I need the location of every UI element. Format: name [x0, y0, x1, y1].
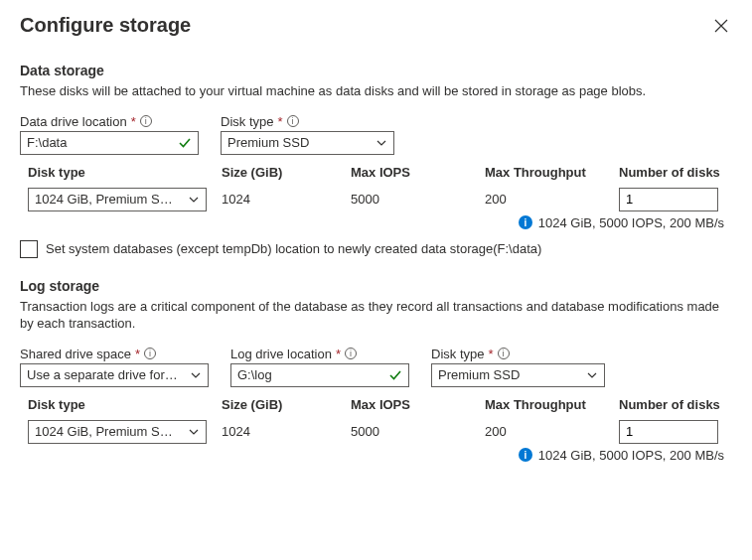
col-throughput: Max Throughput [485, 165, 619, 180]
log-row-disk-type-select[interactable]: 1024 GiB, Premium SSD... [28, 420, 207, 444]
required-asterisk: * [277, 114, 282, 129]
log-drive-location-input[interactable]: G:\log [230, 363, 409, 387]
info-icon[interactable]: i [144, 348, 156, 359]
data-disk-table: Disk type Size (GiB) Max IOPS Max Throug… [28, 165, 732, 211]
data-row-iops: 5000 [351, 192, 485, 207]
data-storage-heading: Data storage [20, 63, 732, 78]
info-icon[interactable]: i [345, 348, 357, 359]
chevron-down-icon [188, 426, 200, 438]
check-icon [388, 368, 402, 382]
data-row-size: 1024 [222, 192, 351, 207]
col-size: Size (GiB) [222, 165, 351, 180]
log-drive-location-value: G:\log [237, 367, 272, 382]
log-disk-type-label: Disk type* i [431, 347, 605, 361]
data-row-disk-type-value: 1024 GiB, Premium SSD... [35, 192, 174, 207]
data-row-throughput: 200 [485, 192, 619, 207]
required-asterisk: * [131, 114, 136, 129]
data-num-disks-input[interactable] [619, 188, 718, 211]
info-icon[interactable]: i [498, 348, 510, 359]
info-icon[interactable]: i [140, 115, 152, 127]
shared-drive-space-value: Use a separate drive for lo... [27, 367, 181, 382]
check-icon [178, 136, 192, 150]
chevron-down-icon [376, 137, 387, 149]
log-disk-table: Disk type Size (GiB) Max IOPS Max Throug… [28, 397, 732, 444]
data-disk-type-value: Premium SSD [227, 135, 309, 150]
log-storage-summary: 1024 GiB, 5000 IOPS, 200 MB/s [538, 448, 724, 463]
info-badge-icon: i [519, 215, 532, 229]
required-asterisk: * [336, 347, 341, 361]
data-drive-location-value: F:\data [27, 135, 67, 150]
log-row-size: 1024 [222, 424, 351, 439]
col-num-disks: Number of disks [619, 165, 728, 180]
col-throughput: Max Throughput [485, 397, 619, 412]
close-button[interactable] [710, 15, 732, 37]
col-iops: Max IOPS [351, 397, 485, 412]
info-icon[interactable]: i [287, 115, 299, 127]
log-row-iops: 5000 [351, 424, 485, 439]
log-row-disk-type-value: 1024 GiB, Premium SSD... [35, 424, 174, 439]
data-storage-desc: These disks will be attached to your vir… [20, 82, 732, 100]
system-db-location-checkbox[interactable] [20, 240, 38, 258]
data-drive-location-label: Data drive location* i [20, 114, 199, 129]
col-num-disks: Number of disks [619, 397, 728, 412]
data-row-disk-type-select[interactable]: 1024 GiB, Premium SSD... [28, 188, 207, 211]
col-disk-type: Disk type [28, 165, 222, 180]
required-asterisk: * [488, 347, 493, 361]
shared-drive-space-select[interactable]: Use a separate drive for lo... [20, 363, 209, 387]
chevron-down-icon [190, 369, 202, 381]
page-title: Configure storage [20, 14, 191, 37]
table-row: 1024 GiB, Premium SSD... 1024 5000 200 [28, 188, 732, 211]
system-db-location-label: Set system databases (except tempDb) loc… [46, 241, 541, 256]
chevron-down-icon [188, 194, 200, 206]
data-disk-type-select[interactable]: Premium SSD [221, 131, 394, 155]
data-storage-summary: 1024 GiB, 5000 IOPS, 200 MB/s [538, 215, 724, 230]
chevron-down-icon [586, 369, 598, 381]
log-row-throughput: 200 [485, 424, 619, 439]
col-size: Size (GiB) [222, 397, 351, 412]
data-drive-location-input[interactable]: F:\data [20, 131, 199, 155]
log-storage-heading: Log storage [20, 278, 732, 294]
table-row: 1024 GiB, Premium SSD... 1024 5000 200 [28, 420, 732, 444]
data-disk-type-label: Disk type* i [221, 114, 394, 129]
close-icon [714, 19, 728, 33]
col-disk-type: Disk type [28, 397, 222, 412]
col-iops: Max IOPS [351, 165, 485, 180]
log-num-disks-input[interactable] [619, 420, 718, 444]
log-storage-desc: Transaction logs are a critical componen… [20, 298, 732, 333]
info-badge-icon: i [519, 448, 532, 462]
log-drive-location-label: Log drive location* i [230, 347, 409, 361]
required-asterisk: * [135, 347, 140, 361]
log-disk-type-value: Premium SSD [438, 367, 520, 382]
shared-drive-space-label: Shared drive space* i [20, 347, 209, 361]
log-disk-type-select[interactable]: Premium SSD [431, 363, 605, 387]
